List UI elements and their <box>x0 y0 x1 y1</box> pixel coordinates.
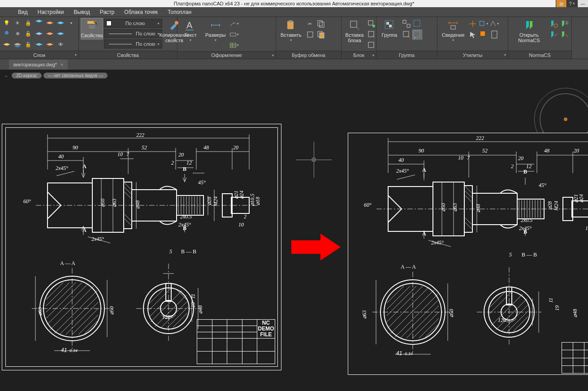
svg-rect-4 <box>230 33 236 36</box>
ungroup-icon[interactable] <box>402 19 411 29</box>
menu-raster[interactable]: Растр <box>100 9 114 15</box>
norma-4-icon[interactable] <box>560 30 570 39</box>
copy-icon[interactable] <box>316 19 326 29</box>
clip-panel-title: Буфер обмена <box>276 51 341 59</box>
expand-icon[interactable]: ▾ <box>272 53 274 57</box>
expand-icon[interactable]: ▾ <box>504 53 506 57</box>
svg-rect-6 <box>287 21 294 29</box>
layer-match-icon[interactable] <box>34 39 44 49</box>
create-block-icon[interactable] <box>367 19 376 29</box>
linetype-combo[interactable]: По слою▼ <box>104 39 162 48</box>
calc-icon[interactable] <box>489 30 499 39</box>
close-tab-icon[interactable]: × <box>61 62 63 67</box>
copy-base-icon[interactable] <box>305 30 315 39</box>
group-sel-icon[interactable] <box>402 30 411 39</box>
expand-icon[interactable]: ▾ <box>75 53 77 57</box>
util-1-icon[interactable] <box>468 19 478 29</box>
crosshair-cursor <box>296 142 332 178</box>
menu-topoplan[interactable]: Топоплан <box>168 9 191 15</box>
select-icon[interactable] <box>468 30 478 39</box>
dimension-button[interactable]: Размеры▼ <box>203 18 229 43</box>
viewcube-pivot-icon <box>564 117 567 121</box>
svg-point-15 <box>372 25 375 27</box>
svg-point-0 <box>5 31 9 35</box>
qselect-icon[interactable] <box>479 30 489 39</box>
util-panel-title: Утилиты▾ <box>437 51 508 59</box>
svg-line-88 <box>72 308 98 335</box>
insert-block-button[interactable]: Вставка блока <box>343 18 366 44</box>
paste-button[interactable]: Вставить▼ <box>278 18 304 43</box>
ribbon: 💡 ☀ 🔒 ▼ ❄ 🔓 <box>0 17 588 59</box>
block-attr-icon[interactable] <box>367 40 376 50</box>
lock-icon[interactable]: 🔒 <box>23 18 33 28</box>
util-3-icon[interactable]: ▼ <box>489 19 499 29</box>
svg-line-80 <box>46 282 69 306</box>
svg-rect-8 <box>318 21 322 26</box>
eye-icon[interactable]: 👁 <box>56 39 65 49</box>
unlock2-icon[interactable]: 🔓 <box>23 39 33 49</box>
sun-icon[interactable]: ☀ <box>13 18 22 28</box>
layer-dd-1[interactable]: ▼ <box>66 18 76 28</box>
layer-prop-1-icon[interactable] <box>34 18 44 28</box>
svg-line-158 <box>387 286 416 316</box>
layers-panel-body: 💡 ☀ 🔒 ▼ ❄ 🔓 <box>0 17 78 51</box>
group-button[interactable]: Группа <box>378 18 401 39</box>
document-tab[interactable]: векторизация.dwg* × <box>9 60 68 70</box>
svg-line-164 <box>406 306 439 338</box>
collapse-icon[interactable]: − <box>4 73 8 79</box>
edit-block-icon[interactable] <box>367 30 376 39</box>
paste-special-icon[interactable] <box>316 30 326 39</box>
svg-rect-20 <box>389 25 392 27</box>
norma-2-icon[interactable] <box>560 19 570 29</box>
svg-line-81 <box>46 282 76 312</box>
titlebar-buttons: ▦ ? ▼ — <box>556 0 588 7</box>
svg-rect-25 <box>414 31 420 37</box>
unlock-icon[interactable]: 🔓 <box>23 29 33 39</box>
titlebar-app-icon[interactable]: ▦ <box>556 0 566 7</box>
group-edit-icon[interactable] <box>412 19 422 29</box>
svg-line-182 <box>507 310 529 332</box>
menu-view[interactable]: Вид <box>18 9 28 15</box>
expand-icon[interactable]: ▾ <box>372 53 374 57</box>
group-toggle-icon[interactable] <box>412 30 422 39</box>
table-icon[interactable]: ▼ <box>229 40 239 50</box>
svg-line-101 <box>149 289 170 310</box>
info-button[interactable]: Сведения▼ <box>439 18 467 43</box>
minimize-button[interactable]: — <box>577 0 588 7</box>
norma-3-icon[interactable] <box>549 30 559 39</box>
snow-icon[interactable]: ❄ <box>13 29 22 39</box>
bulb-off-icon[interactable] <box>2 29 12 39</box>
canvas[interactable]: − 2D-каркас — нет связанных видов — Свер… <box>0 70 588 391</box>
layer-prop-4-icon[interactable] <box>34 29 44 39</box>
menu-settings[interactable]: Настройки <box>38 9 64 15</box>
tolerance-icon[interactable]: ▼ <box>229 30 239 39</box>
layer-prop-2-icon[interactable] <box>45 18 55 28</box>
visualstyle-pill[interactable]: 2D-каркас <box>12 73 42 78</box>
cut-icon[interactable]: ✂ <box>305 19 315 29</box>
layer-walk-icon[interactable] <box>2 39 12 49</box>
norma-1-icon[interactable] <box>549 19 559 29</box>
open-normacs-button[interactable]: Открыть NormaCS <box>510 18 548 44</box>
layer-iso-icon[interactable] <box>56 29 65 39</box>
help-button[interactable]: ? ▼ <box>566 0 577 7</box>
menu-pointclouds[interactable]: Облака точек <box>124 9 158 15</box>
layer-merge-icon[interactable] <box>13 39 22 49</box>
svg-rect-28 <box>480 31 485 36</box>
lineweight-combo[interactable]: По слою▼ <box>104 29 162 38</box>
text-button[interactable]: A Текст▼ <box>179 18 202 43</box>
document-tab-label: векторизация.dwg* <box>13 62 57 67</box>
properties-button[interactable]: Свойства <box>81 18 103 39</box>
menu-output[interactable]: Вывод <box>74 9 90 15</box>
svg-point-153 <box>384 283 441 341</box>
svg-rect-5 <box>230 43 236 48</box>
svg-line-90 <box>85 321 97 334</box>
color-combo[interactable]: По слою▼ <box>104 19 162 28</box>
bulb-icon[interactable]: 💡 <box>2 18 12 28</box>
leader-icon[interactable]: ▼ <box>229 19 239 29</box>
layer-prev-icon[interactable] <box>45 39 55 49</box>
svg-rect-27 <box>480 21 484 26</box>
util-2-icon[interactable]: ▼ <box>479 19 489 29</box>
views-pill[interactable]: — нет связанных видов — <box>43 73 108 78</box>
layer-prop-5-icon[interactable] <box>45 29 55 39</box>
layer-prop-3-icon[interactable] <box>56 18 65 28</box>
